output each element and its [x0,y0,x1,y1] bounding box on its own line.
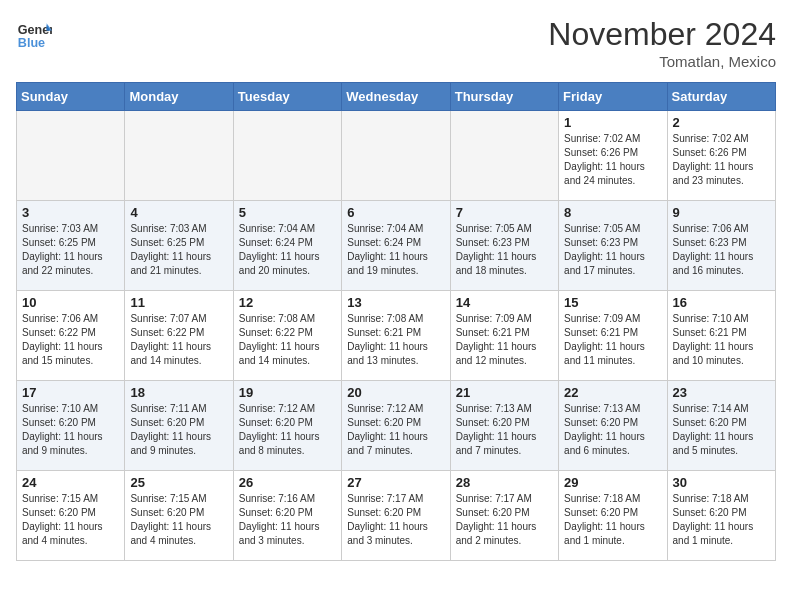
day-info: Sunrise: 7:15 AMSunset: 6:20 PMDaylight:… [130,492,227,548]
day-info: Sunrise: 7:13 AMSunset: 6:20 PMDaylight:… [456,402,553,458]
calendar-cell: 23Sunrise: 7:14 AMSunset: 6:20 PMDayligh… [667,381,775,471]
day-number: 22 [564,385,661,400]
weekday-header-friday: Friday [559,83,667,111]
day-info: Sunrise: 7:07 AMSunset: 6:22 PMDaylight:… [130,312,227,368]
calendar-week-5: 24Sunrise: 7:15 AMSunset: 6:20 PMDayligh… [17,471,776,561]
day-number: 30 [673,475,770,490]
day-number: 23 [673,385,770,400]
page-header: General Blue November 2024 Tomatlan, Mex… [16,16,776,70]
day-info: Sunrise: 7:03 AMSunset: 6:25 PMDaylight:… [130,222,227,278]
calendar-cell: 19Sunrise: 7:12 AMSunset: 6:20 PMDayligh… [233,381,341,471]
calendar-cell: 17Sunrise: 7:10 AMSunset: 6:20 PMDayligh… [17,381,125,471]
calendar-cell [342,111,450,201]
day-number: 7 [456,205,553,220]
weekday-header-row: SundayMondayTuesdayWednesdayThursdayFrid… [17,83,776,111]
day-info: Sunrise: 7:06 AMSunset: 6:22 PMDaylight:… [22,312,119,368]
day-info: Sunrise: 7:10 AMSunset: 6:21 PMDaylight:… [673,312,770,368]
day-info: Sunrise: 7:12 AMSunset: 6:20 PMDaylight:… [347,402,444,458]
day-number: 13 [347,295,444,310]
day-info: Sunrise: 7:15 AMSunset: 6:20 PMDaylight:… [22,492,119,548]
calendar-cell [233,111,341,201]
day-info: Sunrise: 7:18 AMSunset: 6:20 PMDaylight:… [564,492,661,548]
calendar-cell: 28Sunrise: 7:17 AMSunset: 6:20 PMDayligh… [450,471,558,561]
day-number: 2 [673,115,770,130]
day-info: Sunrise: 7:08 AMSunset: 6:21 PMDaylight:… [347,312,444,368]
day-number: 15 [564,295,661,310]
calendar: SundayMondayTuesdayWednesdayThursdayFrid… [16,82,776,561]
calendar-cell: 20Sunrise: 7:12 AMSunset: 6:20 PMDayligh… [342,381,450,471]
weekday-header-monday: Monday [125,83,233,111]
day-number: 1 [564,115,661,130]
day-number: 10 [22,295,119,310]
day-number: 17 [22,385,119,400]
day-number: 29 [564,475,661,490]
calendar-week-4: 17Sunrise: 7:10 AMSunset: 6:20 PMDayligh… [17,381,776,471]
day-number: 9 [673,205,770,220]
calendar-week-2: 3Sunrise: 7:03 AMSunset: 6:25 PMDaylight… [17,201,776,291]
weekday-header-sunday: Sunday [17,83,125,111]
calendar-cell: 7Sunrise: 7:05 AMSunset: 6:23 PMDaylight… [450,201,558,291]
calendar-cell: 15Sunrise: 7:09 AMSunset: 6:21 PMDayligh… [559,291,667,381]
day-number: 8 [564,205,661,220]
calendar-cell: 25Sunrise: 7:15 AMSunset: 6:20 PMDayligh… [125,471,233,561]
day-number: 26 [239,475,336,490]
calendar-cell: 2Sunrise: 7:02 AMSunset: 6:26 PMDaylight… [667,111,775,201]
calendar-cell: 26Sunrise: 7:16 AMSunset: 6:20 PMDayligh… [233,471,341,561]
logo: General Blue [16,16,52,52]
day-number: 21 [456,385,553,400]
day-info: Sunrise: 7:02 AMSunset: 6:26 PMDaylight:… [673,132,770,188]
calendar-week-1: 1Sunrise: 7:02 AMSunset: 6:26 PMDaylight… [17,111,776,201]
calendar-cell: 5Sunrise: 7:04 AMSunset: 6:24 PMDaylight… [233,201,341,291]
day-info: Sunrise: 7:10 AMSunset: 6:20 PMDaylight:… [22,402,119,458]
calendar-cell: 1Sunrise: 7:02 AMSunset: 6:26 PMDaylight… [559,111,667,201]
svg-text:Blue: Blue [18,36,45,50]
day-info: Sunrise: 7:11 AMSunset: 6:20 PMDaylight:… [130,402,227,458]
weekday-header-wednesday: Wednesday [342,83,450,111]
logo-icon: General Blue [16,16,52,52]
weekday-header-tuesday: Tuesday [233,83,341,111]
calendar-cell: 30Sunrise: 7:18 AMSunset: 6:20 PMDayligh… [667,471,775,561]
day-info: Sunrise: 7:09 AMSunset: 6:21 PMDaylight:… [456,312,553,368]
calendar-cell: 10Sunrise: 7:06 AMSunset: 6:22 PMDayligh… [17,291,125,381]
calendar-cell: 6Sunrise: 7:04 AMSunset: 6:24 PMDaylight… [342,201,450,291]
day-number: 28 [456,475,553,490]
day-info: Sunrise: 7:17 AMSunset: 6:20 PMDaylight:… [456,492,553,548]
day-number: 11 [130,295,227,310]
day-number: 3 [22,205,119,220]
day-number: 12 [239,295,336,310]
day-number: 16 [673,295,770,310]
location: Tomatlan, Mexico [548,53,776,70]
calendar-cell: 14Sunrise: 7:09 AMSunset: 6:21 PMDayligh… [450,291,558,381]
month-title: November 2024 [548,16,776,53]
calendar-cell: 3Sunrise: 7:03 AMSunset: 6:25 PMDaylight… [17,201,125,291]
day-info: Sunrise: 7:17 AMSunset: 6:20 PMDaylight:… [347,492,444,548]
title-block: November 2024 Tomatlan, Mexico [548,16,776,70]
calendar-cell: 22Sunrise: 7:13 AMSunset: 6:20 PMDayligh… [559,381,667,471]
calendar-cell [125,111,233,201]
day-number: 25 [130,475,227,490]
calendar-body: 1Sunrise: 7:02 AMSunset: 6:26 PMDaylight… [17,111,776,561]
day-info: Sunrise: 7:04 AMSunset: 6:24 PMDaylight:… [347,222,444,278]
weekday-header-thursday: Thursday [450,83,558,111]
day-info: Sunrise: 7:16 AMSunset: 6:20 PMDaylight:… [239,492,336,548]
calendar-cell: 8Sunrise: 7:05 AMSunset: 6:23 PMDaylight… [559,201,667,291]
day-info: Sunrise: 7:02 AMSunset: 6:26 PMDaylight:… [564,132,661,188]
calendar-cell: 29Sunrise: 7:18 AMSunset: 6:20 PMDayligh… [559,471,667,561]
day-info: Sunrise: 7:12 AMSunset: 6:20 PMDaylight:… [239,402,336,458]
calendar-cell: 4Sunrise: 7:03 AMSunset: 6:25 PMDaylight… [125,201,233,291]
day-info: Sunrise: 7:06 AMSunset: 6:23 PMDaylight:… [673,222,770,278]
calendar-cell: 13Sunrise: 7:08 AMSunset: 6:21 PMDayligh… [342,291,450,381]
day-info: Sunrise: 7:05 AMSunset: 6:23 PMDaylight:… [564,222,661,278]
calendar-cell: 16Sunrise: 7:10 AMSunset: 6:21 PMDayligh… [667,291,775,381]
calendar-cell: 18Sunrise: 7:11 AMSunset: 6:20 PMDayligh… [125,381,233,471]
day-info: Sunrise: 7:14 AMSunset: 6:20 PMDaylight:… [673,402,770,458]
calendar-cell [450,111,558,201]
day-info: Sunrise: 7:13 AMSunset: 6:20 PMDaylight:… [564,402,661,458]
day-number: 14 [456,295,553,310]
day-number: 27 [347,475,444,490]
day-info: Sunrise: 7:04 AMSunset: 6:24 PMDaylight:… [239,222,336,278]
calendar-cell: 27Sunrise: 7:17 AMSunset: 6:20 PMDayligh… [342,471,450,561]
day-number: 18 [130,385,227,400]
calendar-cell [17,111,125,201]
day-number: 5 [239,205,336,220]
